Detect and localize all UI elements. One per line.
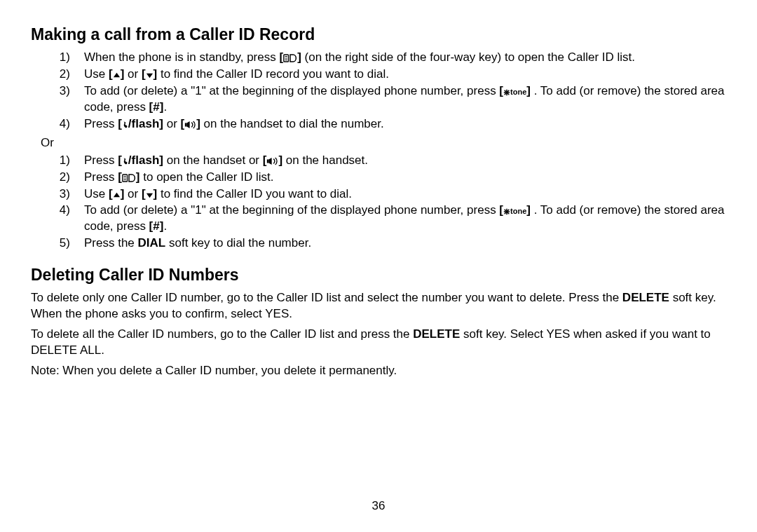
cid-icon — [122, 174, 136, 182]
text: . — [163, 100, 167, 114]
text: to find the Caller ID record you want to… — [161, 67, 389, 81]
star-icon — [503, 89, 510, 96]
key-down: [] — [142, 67, 157, 83]
text: Press the — [84, 236, 138, 250]
flash-label: /flash — [128, 154, 159, 167]
softkey-dial: DIAL — [138, 236, 166, 250]
up-icon — [113, 191, 121, 199]
text: Press — [84, 154, 118, 167]
cid-icon — [283, 54, 297, 62]
heading-deleting: Deleting Caller ID Numbers — [31, 264, 726, 286]
text: Use — [84, 187, 109, 200]
step: Press the DIAL soft key to dial the numb… — [80, 236, 726, 252]
text: To delete all the Caller ID numbers, go … — [31, 327, 413, 341]
list-procedure-2: Press [/flash] on the handset or [] on t… — [31, 153, 726, 252]
down-icon — [146, 191, 154, 199]
text: When the phone is in standby, press — [84, 50, 279, 64]
softkey-delete: DELETE — [622, 291, 669, 304]
text: To delete only one Caller ID number, go … — [31, 291, 622, 304]
key-hash: [#] — [149, 100, 164, 116]
key-flash: [/flash] — [118, 153, 163, 169]
speaker-icon — [184, 121, 196, 129]
key-star-tone: [tone] — [499, 203, 531, 219]
key-star-tone: [tone] — [499, 83, 531, 100]
text: soft key to dial the number. — [169, 236, 311, 250]
text: on the handset or — [167, 154, 263, 167]
key-down: [] — [142, 186, 157, 203]
paragraph-note: Note: When you delete a Caller ID number… — [31, 363, 726, 379]
down-icon — [146, 71, 154, 79]
text: To add (or delete) a "1" at the beginnin… — [84, 203, 499, 217]
list-procedure-1: When the phone is in standby, press [] (… — [31, 50, 726, 132]
key-speaker: [] — [263, 153, 282, 169]
key-flash: [/flash] — [118, 116, 163, 132]
text: Press — [84, 117, 118, 130]
tone-label: tone — [510, 207, 526, 215]
heading-making-call: Making a call from a Caller ID Record — [31, 24, 726, 46]
paragraph-delete-all: To delete all the Caller ID numbers, go … — [31, 327, 726, 359]
text: or — [167, 117, 181, 130]
speaker-icon — [266, 157, 278, 165]
key-cid: [] — [279, 50, 301, 66]
key-up: [] — [109, 186, 124, 203]
text: on the handset. — [286, 154, 368, 167]
step: To add (or delete) a "1" at the beginnin… — [80, 83, 726, 116]
text: to open the Caller ID list. — [143, 170, 273, 184]
step: Use [] or [] to find the Caller ID recor… — [80, 67, 726, 83]
step: Use [] or [] to find the Caller ID you w… — [80, 186, 726, 203]
text: To add (or delete) a "1" at the beginnin… — [84, 84, 499, 97]
step: Press [] to open the Caller ID list. — [80, 170, 726, 186]
key-cid: [] — [118, 170, 139, 186]
tone-label: tone — [510, 88, 526, 96]
key-up: [] — [109, 67, 124, 83]
phone-icon — [122, 157, 128, 165]
flash-label: /flash — [128, 117, 159, 130]
star-icon — [503, 208, 510, 215]
softkey-delete: DELETE — [413, 327, 460, 341]
paragraph-delete-one: To delete only one Caller ID number, go … — [31, 290, 726, 322]
up-icon — [113, 71, 121, 79]
step: Press [/flash] or [] on the handset to d… — [80, 116, 726, 132]
or-separator: Or — [41, 135, 726, 151]
text: Use — [84, 67, 109, 81]
text: to find the Caller ID you want to dial. — [161, 187, 352, 200]
step: When the phone is in standby, press [] (… — [80, 50, 726, 66]
text: or — [128, 187, 142, 200]
page-number: 36 — [31, 498, 726, 514]
text: (on the right side of the four-way key) … — [305, 50, 636, 64]
text: on the handset to dial the number. — [204, 117, 384, 130]
step: Press [/flash] on the handset or [] on t… — [80, 153, 726, 169]
text: or — [128, 67, 142, 81]
key-speaker: [] — [181, 116, 200, 132]
text: . — [163, 219, 167, 233]
key-hash: [#] — [149, 219, 164, 235]
text: Press — [84, 170, 118, 184]
phone-icon — [122, 121, 128, 129]
step: To add (or delete) a "1" at the beginnin… — [80, 203, 726, 235]
